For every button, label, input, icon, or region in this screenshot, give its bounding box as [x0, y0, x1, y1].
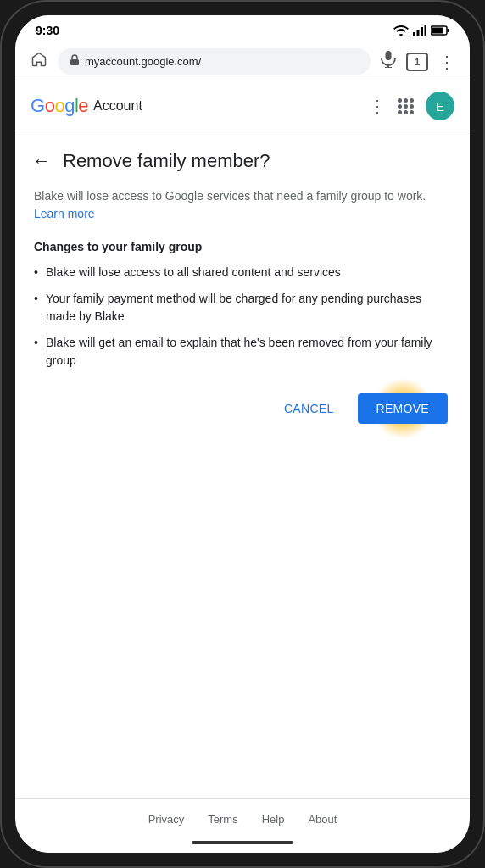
account-label: Account [93, 98, 142, 114]
svg-rect-2 [421, 27, 423, 36]
remove-button-wrapper: Remove [358, 393, 448, 424]
svg-rect-0 [413, 32, 415, 36]
header-actions: ⋮ E [369, 92, 454, 120]
back-button[interactable]: ← [31, 148, 53, 174]
google-wordmark: Google [31, 95, 88, 117]
browser-bar: myaccount.google.com/ 1 ⋮ [15, 42, 470, 81]
svg-rect-5 [448, 29, 449, 32]
page-title: Remove family member? [63, 150, 270, 172]
footer-privacy-link[interactable]: Privacy [148, 813, 185, 826]
battery-icon [431, 25, 449, 36]
status-icons [393, 25, 449, 36]
account-header: Google Account ⋮ [15, 81, 470, 131]
lock-icon [70, 54, 80, 69]
svg-rect-8 [386, 51, 392, 60]
changes-title: Changes to your family group [34, 240, 451, 253]
svg-rect-7 [70, 59, 79, 65]
footer-help-link[interactable]: Help [262, 813, 285, 826]
mic-button[interactable] [377, 47, 399, 75]
browser-menu-button[interactable]: ⋮ [435, 48, 458, 75]
action-buttons: Cancel Remove [34, 393, 451, 424]
content-body: Blake will lose access to Google service… [15, 187, 470, 441]
wifi-icon [393, 25, 409, 36]
tab-count[interactable]: 1 [406, 53, 428, 71]
svg-rect-6 [432, 28, 443, 34]
svg-rect-1 [417, 30, 420, 36]
phone-frame: 9:30 [0, 0, 485, 868]
learn-more-link[interactable]: Learn more [34, 207, 95, 220]
footer-about-link[interactable]: About [308, 813, 337, 826]
home-bar [192, 841, 293, 844]
avatar[interactable]: E [426, 92, 454, 120]
phone-screen: 9:30 [15, 15, 470, 853]
remove-button[interactable]: Remove [358, 393, 448, 424]
page-title-row: ← Remove family member? [15, 131, 470, 187]
browser-home-button[interactable] [27, 47, 51, 75]
more-options-button[interactable]: ⋮ [369, 96, 386, 116]
bullet-list: Blake will lose access to all shared con… [34, 264, 451, 370]
google-apps-button[interactable] [398, 98, 414, 114]
home-indicator [15, 836, 470, 853]
status-time: 9:30 [36, 24, 59, 37]
footer-terms-link[interactable]: Terms [208, 813, 237, 826]
page-footer: Privacy Terms Help About [15, 798, 470, 836]
svg-rect-3 [425, 25, 427, 36]
signal-icon [413, 25, 426, 36]
google-logo: Google Account [31, 95, 142, 117]
url-text: myaccount.google.com/ [85, 55, 359, 68]
page-content: ← Remove family member? Blake will lose … [15, 131, 470, 798]
cancel-button[interactable]: Cancel [274, 395, 344, 422]
bullet-item-1: Blake will lose access to all shared con… [34, 264, 451, 281]
intro-text: Blake will lose access to Google service… [34, 187, 451, 223]
bullet-item-2: Your family payment method will be charg… [34, 290, 451, 326]
url-bar[interactable]: myaccount.google.com/ [58, 48, 371, 75]
status-bar: 9:30 [15, 15, 470, 42]
bullet-item-3: Blake will get an email to explain that … [34, 334, 451, 370]
